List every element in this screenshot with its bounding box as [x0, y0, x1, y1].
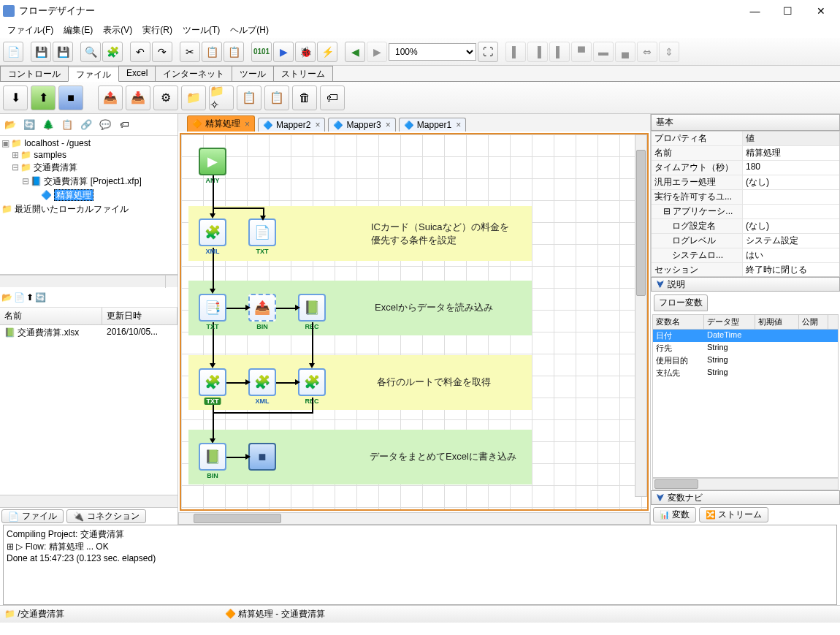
etab-mapper3[interactable]: 🔷 Mapper3 ×	[328, 118, 395, 132]
comment-icon[interactable]: 💬	[96, 116, 114, 134]
rb-copy-icon[interactable]: 📋	[237, 85, 261, 110]
node-excel-rec[interactable]: 📗REC	[298, 294, 326, 322]
output-log[interactable]: Compiling Project: 交通費清算 ⊞ ▷ Flow: 精算処理 …	[3, 525, 837, 605]
btab-file[interactable]: 📄 ファイル	[1, 509, 64, 523]
tab-excel[interactable]: Excel	[118, 66, 156, 81]
new-file-icon[interactable]: 📄	[14, 292, 25, 303]
flowvar-grid[interactable]: 変数名 データ型 初期値 公開 日付DateTime 行先String 使用目的…	[652, 314, 839, 478]
folder-icon[interactable]: 📂	[1, 116, 19, 134]
fv-row[interactable]: 支払先String	[653, 367, 838, 379]
close-icon[interactable]: ×	[315, 120, 320, 130]
start-node[interactable]: ▶ANY	[199, 148, 226, 175]
tree-samples[interactable]: ⊞📁 samples	[1, 149, 176, 161]
tab-stream[interactable]: ストリーム	[273, 66, 333, 81]
cut-button[interactable]: ✂	[180, 42, 200, 62]
tree-project[interactable]: ⊟📁 交通費清算	[1, 161, 176, 175]
tab-internet[interactable]: インターネット	[155, 66, 232, 81]
distribute-v-button[interactable]: ⇕	[659, 42, 679, 62]
fit-button[interactable]: ⛶	[478, 42, 498, 62]
nav-forward-button[interactable]: ▶	[367, 42, 387, 62]
node-txt1[interactable]: 📄TXT	[248, 218, 276, 246]
rb-upload-icon[interactable]: ⬆	[31, 85, 56, 110]
save-all-button[interactable]: 💾	[53, 42, 73, 62]
file-row[interactable]: 📗 交通費清算.xlsx 2016/10/05...	[0, 325, 177, 341]
tree-projectfile[interactable]: ⊟📘 交通費清算 [Project1.xfp]	[1, 175, 176, 189]
menu-file[interactable]: ファイル(F)	[3, 23, 58, 38]
canvas-scroll-v[interactable]	[635, 134, 647, 497]
stop-run-button[interactable]: ⚡	[317, 42, 337, 62]
open-folder-icon[interactable]: 📂	[1, 292, 12, 303]
fv-row[interactable]: 使用目的String	[653, 354, 838, 367]
align-top-button[interactable]: ▀	[571, 42, 592, 62]
etab-mapper1[interactable]: 🔷 Mapper1 ×	[399, 118, 466, 132]
zoom-select[interactable]: 100%	[389, 43, 476, 61]
st-stream[interactable]: 🔀 ストリーム	[699, 507, 768, 522]
compile-button[interactable]: 0101	[251, 42, 272, 62]
close-button[interactable]: ✕	[804, 1, 837, 21]
node-map-txt[interactable]: 🧩TXT	[199, 368, 226, 396]
find-button[interactable]: 🔍	[80, 42, 101, 62]
maximize-button[interactable]: ☐	[771, 1, 804, 21]
etab-main[interactable]: 🔶 精算処理 ×	[187, 115, 255, 132]
canvas-scroll-h[interactable]	[178, 512, 650, 525]
flow-canvas[interactable]: ICカード（Suicaなど）の料金を優先する条件を設定 Excelからデータを読…	[180, 133, 649, 511]
run-button[interactable]: ▶	[273, 42, 294, 62]
rb-folder-icon[interactable]: 📁	[181, 85, 206, 110]
varnavi-section[interactable]: ⮟変数ナビ	[651, 490, 840, 505]
col-date[interactable]: 更新日時	[102, 308, 177, 324]
align-right-button[interactable]: ▌	[549, 42, 570, 62]
desc-section[interactable]: ⮟説明	[651, 277, 840, 292]
local-file-list[interactable]: 名前 更新日時 📗 交通費清算.xlsx 2016/10/05...	[0, 308, 177, 495]
menu-tools[interactable]: ツール(T)	[178, 23, 224, 38]
node-map-rec[interactable]: 🧩REC	[298, 368, 326, 396]
refresh-icon[interactable]: 🔄	[20, 116, 38, 134]
redo-button[interactable]: ↷	[152, 42, 172, 62]
tree-icon[interactable]: 🌲	[39, 116, 57, 134]
debug-button[interactable]: 🐞	[295, 42, 316, 62]
flowvar-tab[interactable]: フロー変数	[654, 294, 708, 311]
tab-control[interactable]: コントロール	[0, 66, 69, 81]
align-bottom-button[interactable]: ▄	[615, 42, 635, 62]
nav-back-button[interactable]: ◀	[345, 42, 365, 62]
copy-button[interactable]: 📋	[202, 42, 222, 62]
tree-flow[interactable]: 🔷 精算処理	[1, 189, 176, 202]
menu-help[interactable]: ヘルプ(H)	[226, 23, 273, 38]
st-var[interactable]: 📊 変数	[653, 507, 696, 522]
rb-export-icon[interactable]: 📤	[98, 85, 123, 110]
align-left-button[interactable]: ▌	[505, 42, 526, 62]
close-icon[interactable]: ×	[456, 120, 461, 130]
fv-row[interactable]: 行先String	[653, 342, 838, 354]
tree-root[interactable]: ▣📁 localhost - /guest	[1, 137, 176, 149]
rb-stop-icon[interactable]: ■	[58, 85, 83, 110]
node-excel-bin[interactable]: 📗BIN	[199, 443, 226, 471]
tab-file[interactable]: ファイル	[68, 66, 119, 82]
rb-newfolder-icon[interactable]: 📁✧	[209, 85, 234, 110]
save-button[interactable]: 💾	[31, 42, 51, 62]
rb-copy2-icon[interactable]: 📋	[264, 85, 289, 110]
fv-scroll-h[interactable]	[652, 478, 839, 490]
menu-view[interactable]: 表示(V)	[99, 23, 137, 38]
rb-tag-icon[interactable]: 🏷	[320, 85, 345, 110]
menu-edit[interactable]: 編集(E)	[59, 23, 97, 38]
node-rest-xml[interactable]: 🧩XML	[199, 218, 226, 246]
project-tree[interactable]: ▣📁 localhost - /guest ⊞📁 samples ⊟📁 交通費清…	[0, 136, 177, 275]
rb-download-icon[interactable]: ⬇	[3, 85, 28, 110]
node-bin[interactable]: 📤BIN	[248, 294, 276, 322]
stop-node[interactable]: ■	[248, 443, 276, 471]
rb-import-icon[interactable]: 📥	[126, 85, 150, 110]
close-icon[interactable]: ×	[245, 119, 250, 129]
link-icon[interactable]: 🔗	[77, 116, 95, 134]
minimize-button[interactable]: —	[738, 1, 771, 21]
close-icon[interactable]: ×	[386, 120, 391, 130]
new-button[interactable]: 📄	[3, 42, 23, 62]
align-middle-button[interactable]: ▬	[593, 42, 614, 62]
prop-icon[interactable]: 📋	[58, 116, 76, 134]
palette-button[interactable]: 🧩	[102, 42, 123, 62]
tag2-icon[interactable]: 🏷	[115, 116, 133, 134]
property-grid[interactable]: プロパティ名値 名前精算処理 タイムアウト（秒）180 汎用エラー処理(なし) …	[651, 131, 840, 277]
undo-button[interactable]: ↶	[130, 42, 150, 62]
col-name[interactable]: 名前	[0, 308, 102, 324]
prop-tab-basic[interactable]: 基本	[651, 114, 840, 131]
btab-connection[interactable]: 🔌 コネクション	[66, 509, 146, 523]
node-rest-xml2[interactable]: 🧩XML	[248, 368, 276, 396]
